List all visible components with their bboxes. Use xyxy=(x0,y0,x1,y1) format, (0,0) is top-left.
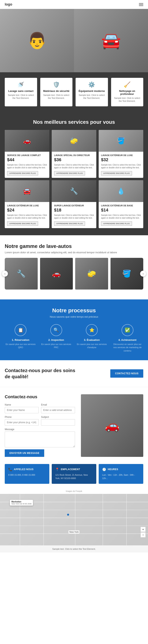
hero-image-right: 🚘 xyxy=(74,9,148,72)
image-caption: Images de Freepik xyxy=(0,488,148,494)
contact-car-image: 🚗 xyxy=(81,394,143,457)
info-card-body-0: 8 000 15-000, 8 466 15-000 xyxy=(8,473,46,477)
feature-icon-1: 🛡️ xyxy=(43,82,70,88)
subject-field-group: Subject xyxy=(41,416,75,426)
service-price-1: $36 xyxy=(54,157,94,162)
process-section: Notre processus Nous savons que votre te… xyxy=(0,300,148,360)
inspection-icon: 🔍 xyxy=(50,324,62,336)
process-step-title-2: 3. Évaluation xyxy=(76,338,108,342)
carousel-item-3: 🪣 xyxy=(111,258,144,290)
feature-title-0: Lavage sans contact xyxy=(7,90,35,92)
message-field-group: Message xyxy=(5,428,75,447)
service-btn-0[interactable]: APPRENDRE ENCORE PLUS xyxy=(7,171,38,176)
service-btn-4[interactable]: APPRENDRE ENCORE PLUS xyxy=(54,222,85,226)
service-card-4: 🔧 SUPER LAVAGE EXTÉRIEUR $18 Sample text… xyxy=(52,180,96,228)
contact-form: Contactez-nous Name Email Phone Subject … xyxy=(5,394,75,457)
carousel-item-1: 🚗 xyxy=(40,258,73,290)
email-field-group: Email xyxy=(41,404,75,413)
carousel-prev-btn[interactable]: ‹ xyxy=(2,271,8,277)
feature-icon-0: 🚿 xyxy=(7,82,35,88)
map-section: Manhattan New York Ave W 60 2048 New Yor… xyxy=(0,494,148,546)
hero-section: 👨 🚘 xyxy=(0,9,148,72)
contact-title: Contactez-nous xyxy=(5,394,75,400)
feature-title-3: Nettoyage en profondeur xyxy=(113,90,141,96)
feature-card-0: 🚿 Lavage sans contact Sample text. Click… xyxy=(5,78,37,106)
footer-text: Sample text. Click to select the Text El… xyxy=(0,546,148,552)
feature-desc-2: Sample text. Click to select the Text El… xyxy=(78,94,106,100)
carousel: ‹ 🔧 🚗 🧽 🪣 › xyxy=(5,258,143,290)
service-btn-1[interactable]: APPRENDRE ENCORE PLUS xyxy=(54,171,85,176)
service-name-3: LAVAGE EXTÉRIEUR DE LUXE xyxy=(7,204,47,207)
service-img-1: 🧽 xyxy=(52,130,96,152)
service-desc-3: Sample text. Click to select the text bo… xyxy=(7,214,47,220)
info-card-1: 📍 EMPLACEMENT 121 Rock Street, 21 Avenue… xyxy=(52,464,96,484)
services-title: Nos meilleurs services pour vous xyxy=(5,119,143,125)
process-step-1: 🔍 2. Inspection En savoir plus sur nos s… xyxy=(40,324,72,352)
service-name-0: SERVICE DE LAVAGE COMPLET xyxy=(7,154,47,156)
header: logo xyxy=(0,0,148,9)
features-section: 🚿 Lavage sans contact Sample text. Click… xyxy=(0,72,148,112)
message-input[interactable] xyxy=(5,432,75,447)
hero-image-left: 👨 xyxy=(0,9,74,72)
name-input[interactable] xyxy=(5,407,39,413)
name-field-group: Name xyxy=(5,404,39,413)
service-desc-1: Sample text. Click to select the text bo… xyxy=(54,164,94,169)
email-label: Email xyxy=(41,404,75,406)
info-card-body-2: Lun - Ven : 11h - 20h, Sam : 04h - 12h..… xyxy=(102,473,140,480)
process-subtitle: Nous savons que votre temps est précieux xyxy=(5,315,143,318)
feature-title-1: Matériaux de sécurité xyxy=(43,90,70,92)
service-desc-5: Sample text. Click to select the text bo… xyxy=(101,214,141,220)
gamme-section: Notre gamme de lave-autos Lorem ipsum do… xyxy=(0,235,148,294)
service-card-5: 💧 LAVAGE EXTÉRIEUR DE BASE $14 Sample te… xyxy=(99,180,143,228)
info-card-header-2: 🕐 HEURES xyxy=(102,468,140,471)
reservation-icon: 📋 xyxy=(15,324,26,336)
contact-section: Contactez-nous Name Email Phone Subject … xyxy=(0,387,148,464)
service-card-1: 🧽 LAVAGE SPÉCIAL DU DIRECTEUR $36 Sample… xyxy=(52,130,96,178)
process-step-link-3: Découvrez en savoir plus sur nos service… xyxy=(112,342,144,352)
gamme-title: Notre gamme de lave-autos xyxy=(5,243,143,249)
phone-input[interactable] xyxy=(5,419,39,426)
carousel-next-btn[interactable]: › xyxy=(140,271,146,277)
gamme-desc: Lorem ipsum dolor sit amet, consectetur … xyxy=(5,251,143,254)
service-name-2: LAVAGE EXTÉRIEUR DE LUXE xyxy=(101,154,141,156)
hamburger-menu[interactable] xyxy=(139,3,143,6)
info-card-title-0: APPELEZ-NOUS xyxy=(14,468,34,471)
zoom-out-btn[interactable]: − xyxy=(141,532,146,538)
service-btn-3[interactable]: APPRENDRE ENCORE PLUS xyxy=(7,222,38,226)
submit-btn[interactable]: ENVOYER UN MESSAGE xyxy=(5,449,44,457)
zoom-in-btn[interactable]: + xyxy=(141,527,146,532)
process-step-title-0: 1. Réservation xyxy=(5,338,37,342)
feature-desc-3: Sample text. Click to select the Text El… xyxy=(113,97,141,103)
process-steps: 📋 1. Réservation En savoir plus sur nos … xyxy=(5,324,143,352)
evaluation-icon: ⭐ xyxy=(86,324,98,336)
cta-btn[interactable]: CONTACTEZ-NOUS xyxy=(110,369,143,378)
location-icon: 📍 xyxy=(55,468,59,471)
feature-icon-2: ⚙️ xyxy=(78,82,106,88)
service-price-0: $44 xyxy=(7,157,47,162)
feature-card-2: ⚙️ Équipement moderne Sample text. Click… xyxy=(75,78,108,106)
services-section: Nos meilleurs services pour vous 🚗 SERVI… xyxy=(0,112,148,235)
feature-icon-3: 🧹 xyxy=(113,82,141,88)
process-step-title-3: 4. Achèvement xyxy=(112,338,144,342)
service-price-3: $24 xyxy=(7,208,47,213)
name-label: Name xyxy=(5,404,39,406)
service-btn-5[interactable]: APPRENDRE ENCORE PLUS xyxy=(101,222,132,226)
map-controls: + − xyxy=(141,527,146,538)
feature-title-2: Équipement moderne xyxy=(78,90,106,92)
service-price-4: $18 xyxy=(54,208,94,213)
logo: logo xyxy=(5,2,12,6)
email-input[interactable] xyxy=(41,407,75,413)
feature-desc-0: Sample text. Click to select the Text El… xyxy=(7,94,35,100)
process-step-3: ✅ 4. Achèvement Découvrez en savoir plus… xyxy=(112,324,144,352)
cta-banner: Contactez-nous pour des soins de qualité… xyxy=(0,360,148,387)
feature-card-3: 🧹 Nettoyage en profondeur Sample text. C… xyxy=(111,78,144,106)
info-card-header-1: 📍 EMPLACEMENT xyxy=(55,468,93,471)
process-step-link-1: En savoir plus sur nos services PRC xyxy=(40,342,72,349)
service-name-5: LAVAGE EXTÉRIEUR DE BASE xyxy=(101,204,141,207)
service-card-3: 🚘 LAVAGE EXTÉRIEUR DE LUXE $24 Sample te… xyxy=(5,180,49,228)
feature-card-1: 🛡️ Matériaux de sécurité Sample text. Cl… xyxy=(40,78,73,106)
subject-input[interactable] xyxy=(41,419,75,426)
map-marker xyxy=(67,514,69,516)
service-btn-2[interactable]: APPRENDRE ENCORE PLUS xyxy=(101,171,132,176)
service-desc-4: Sample text. Click to select the text bo… xyxy=(54,214,94,220)
